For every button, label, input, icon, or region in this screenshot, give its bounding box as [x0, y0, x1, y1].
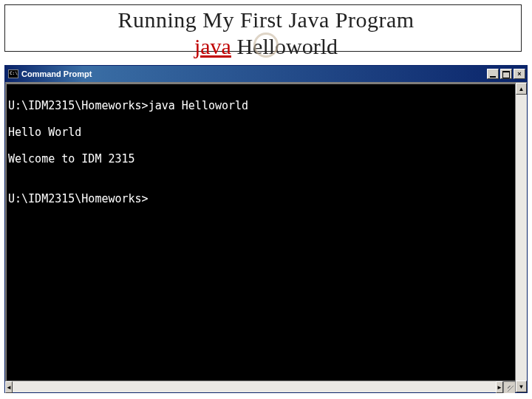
- cmd-system-icon[interactable]: [8, 69, 18, 78]
- close-button[interactable]: ×: [514, 69, 525, 79]
- window-titlebar[interactable]: Command Prompt ×: [5, 66, 527, 82]
- vertical-scrollbar[interactable]: ▲ ▼: [515, 83, 527, 392]
- window-buttons: ×: [487, 69, 525, 79]
- scroll-right-button[interactable]: ►: [496, 381, 503, 393]
- terminal-output[interactable]: U:\IDM2315\Homeworks>java Helloworld Hel…: [5, 83, 515, 381]
- slide-title-area: Running My First Java Program java Hello…: [0, 0, 532, 59]
- maximize-button[interactable]: [500, 69, 512, 79]
- window-title-text: Command Prompt: [21, 69, 487, 78]
- subtitle-program-name: Helloworld: [236, 34, 338, 58]
- vscroll-track[interactable]: [516, 95, 527, 381]
- scroll-down-button[interactable]: ▼: [516, 381, 527, 392]
- scroll-left-button[interactable]: ◄: [5, 381, 13, 393]
- minimize-button[interactable]: [487, 69, 499, 79]
- resize-grip-icon[interactable]: [503, 381, 515, 393]
- horizontal-scrollbar[interactable]: ◄ ►: [5, 381, 515, 392]
- command-prompt-window: Command Prompt × U:\IDM2315\Homeworks>ja…: [4, 65, 528, 393]
- hscroll-track[interactable]: [13, 381, 496, 392]
- terminal-container: U:\IDM2315\Homeworks>java Helloworld Hel…: [5, 83, 515, 392]
- slide-title: Running My First Java Program: [0, 7, 532, 33]
- terminal-line: Hello World: [8, 126, 514, 139]
- terminal-line: U:\IDM2315\Homeworks>java Helloworld: [8, 99, 514, 112]
- slide-subtitle: java Helloworld: [194, 34, 338, 59]
- subtitle-java-keyword: java: [194, 34, 231, 58]
- terminal-line: U:\IDM2315\Homeworks>: [8, 192, 514, 205]
- window-client-area: U:\IDM2315\Homeworks>java Helloworld Hel…: [5, 82, 527, 392]
- scroll-up-button[interactable]: ▲: [516, 83, 527, 95]
- terminal-line: Welcome to IDM 2315: [8, 152, 514, 166]
